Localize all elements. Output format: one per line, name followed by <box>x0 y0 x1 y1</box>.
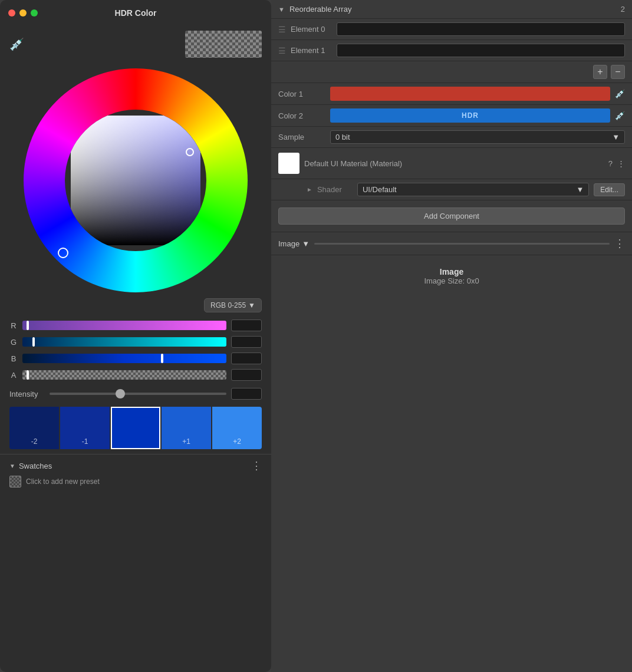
preset-label-plus1: +1 <box>182 437 190 446</box>
shader-label: Shader <box>317 185 353 194</box>
element-value-0[interactable]: 0 <box>337 22 625 36</box>
color-wheel-inner <box>65 110 206 251</box>
preset-label-plus2: +2 <box>233 437 241 446</box>
intensity-track[interactable] <box>50 393 226 395</box>
swatch-add-icon <box>9 476 21 487</box>
color1-field[interactable] <box>330 87 610 101</box>
image-divider-bar <box>314 243 610 245</box>
shader-edit-button[interactable]: Edit... <box>594 183 625 196</box>
a-value-input[interactable]: 0 <box>231 369 262 381</box>
a-slider[interactable] <box>22 370 226 380</box>
rgb-mode-row: RGB 0-255 ▼ <box>0 298 271 317</box>
preset-block-current[interactable] <box>111 407 160 449</box>
intensity-thumb <box>116 389 125 398</box>
r-thumb <box>27 321 29 330</box>
preset-label-minus1: -1 <box>82 437 88 446</box>
shader-collapse-icon[interactable]: ► <box>307 186 312 193</box>
g-slider[interactable] <box>22 337 226 347</box>
image-label: Image ▼ <box>278 239 310 248</box>
shader-select[interactable]: UI/Default ▼ <box>357 183 589 196</box>
array-title: Reorderable Array <box>289 5 352 14</box>
sample-label: Sample <box>278 133 325 141</box>
swatches-header: ▼ Swatches ⋮ <box>9 459 262 472</box>
minimize-button[interactable] <box>19 9 27 17</box>
close-button[interactable] <box>8 9 15 17</box>
hdr-color-panel: HDR Color 💉 RGB 0-255 ▼ R 0 <box>0 0 271 672</box>
preset-block-minus2[interactable]: -2 <box>9 407 59 449</box>
color-preview-box <box>185 31 262 58</box>
color2-field[interactable]: HDR <box>330 108 610 123</box>
color-saturation-square[interactable] <box>71 116 200 245</box>
a-thumb <box>27 370 29 380</box>
preset-block-minus1[interactable]: -1 <box>60 407 110 449</box>
maximize-button[interactable] <box>31 9 38 17</box>
color-picker-area: 💉 <box>0 26 271 62</box>
preset-block-plus2[interactable]: +2 <box>212 407 262 449</box>
r-value-input[interactable]: 0 <box>231 319 262 331</box>
color2-row: Color 2 HDR 💉 <box>271 105 632 127</box>
add-component-button[interactable]: Add Component <box>278 207 625 225</box>
g-thumb <box>32 337 35 347</box>
b-slider[interactable] <box>22 354 226 363</box>
material-preview <box>278 153 299 174</box>
color2-label: Color 2 <box>278 111 325 120</box>
color2-eyedropper-icon[interactable]: 💉 <box>615 111 625 120</box>
title-bar: HDR Color <box>0 0 271 26</box>
b-thumb <box>161 354 163 363</box>
intensity-value-input[interactable]: 0 <box>231 388 262 400</box>
swatches-menu-icon[interactable]: ⋮ <box>251 459 262 472</box>
image-info-sub: Image Size: 0x0 <box>278 276 625 285</box>
drag-handle-0[interactable]: ☰ <box>278 25 286 34</box>
a-label: A <box>9 371 18 380</box>
material-help-icon[interactable]: ? <box>608 159 613 168</box>
hue-cursor[interactable] <box>58 248 68 258</box>
element-value-1[interactable]: 1 <box>337 44 625 57</box>
preset-block-plus1[interactable]: +1 <box>162 407 211 449</box>
window-title: HDR Color <box>115 8 157 18</box>
swatches-add-row[interactable]: Click to add new preset <box>9 476 262 487</box>
add-component-row: Add Component <box>271 200 632 232</box>
array-add-button[interactable]: + <box>593 65 607 79</box>
shader-dropdown-icon: ▼ <box>576 185 584 194</box>
image-info-title: Image <box>278 267 625 276</box>
sample-select[interactable]: 0 bit ▼ <box>330 130 625 144</box>
swatches-collapse-icon[interactable]: ▼ <box>9 463 15 469</box>
array-header-row: ▼ Reorderable Array 2 <box>271 0 632 19</box>
reorderable-array-section: ▼ Reorderable Array 2 ☰ Element 0 0 ☰ El… <box>271 0 632 83</box>
material-title: Default UI Material (Material) <box>304 159 402 168</box>
saturation-cursor[interactable] <box>186 148 194 156</box>
sample-value: 0 bit <box>335 133 350 141</box>
b-value-input[interactable]: 174 <box>231 353 262 364</box>
eyedropper-icon[interactable]: 💉 <box>9 37 24 51</box>
array-remove-button[interactable]: − <box>611 65 625 79</box>
channel-row-a: A 0 <box>0 367 271 383</box>
r-label: R <box>9 321 18 330</box>
material-section: Default UI Material (Material) ? ⋮ <box>271 148 632 179</box>
array-collapse-icon[interactable]: ▼ <box>278 6 285 13</box>
rgb-mode-dropdown[interactable]: RGB 0-255 ▼ <box>204 298 262 312</box>
traffic-lights <box>8 9 38 17</box>
g-value-input[interactable]: 12 <box>231 336 262 348</box>
color-square-overlay <box>71 116 200 245</box>
color2-hdr-label: HDR <box>462 111 479 120</box>
image-label-text: Image <box>278 239 299 248</box>
swatch-add-text: Click to add new preset <box>26 477 100 486</box>
sample-row: Sample 0 bit ▼ <box>271 127 632 148</box>
intensity-row: Intensity 0 <box>0 383 271 404</box>
material-icons: ? ⋮ <box>608 159 625 168</box>
color-wheel[interactable] <box>24 68 248 292</box>
drag-handle-1[interactable]: ☰ <box>278 46 286 55</box>
color-wheel-container <box>0 62 271 298</box>
channel-row-b: B 174 <box>0 350 271 367</box>
dropdown-arrow-icon: ▼ <box>248 301 255 309</box>
r-slider[interactable] <box>22 321 226 330</box>
element-label-1: Element 1 <box>291 46 332 55</box>
image-section: Image ▼ ⋮ <box>271 232 632 255</box>
swatches-title: Swatches <box>19 462 52 470</box>
material-menu-icon[interactable]: ⋮ <box>617 159 625 168</box>
color1-eyedropper-icon[interactable]: 💉 <box>615 89 625 98</box>
shader-row: ► Shader UI/Default ▼ Edit... <box>271 179 632 200</box>
shader-value: UI/Default <box>363 185 397 194</box>
image-dropdown-icon[interactable]: ▼ <box>302 239 310 248</box>
image-menu-icon[interactable]: ⋮ <box>614 237 625 250</box>
